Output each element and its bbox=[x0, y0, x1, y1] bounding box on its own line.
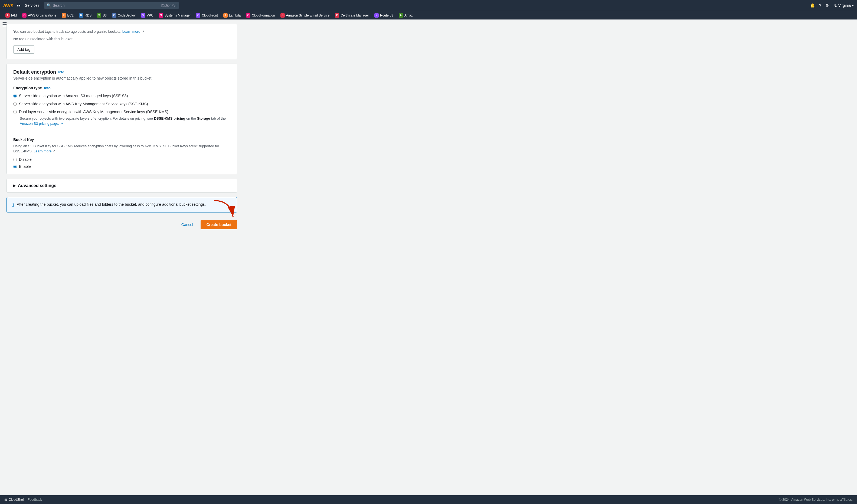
sse-s3-radio[interactable] bbox=[13, 94, 17, 98]
iam-icon: I bbox=[5, 13, 10, 18]
bookmark-cloudfront[interactable]: C CloudFront bbox=[194, 13, 220, 18]
sse-s3-option[interactable]: Server-side encryption with Amazon S3 ma… bbox=[13, 94, 230, 99]
bookmark-aws-org[interactable]: O AWS Organizations bbox=[20, 13, 58, 18]
tags-learn-more-link[interactable]: Learn more bbox=[122, 30, 140, 34]
services-button[interactable]: Services bbox=[23, 2, 42, 9]
bucket-key-disable-label: Disable bbox=[19, 157, 32, 162]
section-desc: Server-side encryption is automatically … bbox=[13, 76, 230, 80]
bookmark-iam[interactable]: I IAM bbox=[3, 13, 19, 18]
systems-manager-icon: S bbox=[159, 13, 163, 18]
cancel-button[interactable]: Cancel bbox=[177, 220, 198, 229]
action-bar-container: Cancel Create bucket bbox=[6, 217, 237, 235]
bucket-key-enable-radio[interactable] bbox=[13, 165, 17, 168]
ses-icon: S bbox=[281, 13, 285, 18]
encryption-type-title: Encryption type bbox=[13, 86, 42, 90]
dsse-kms-radio[interactable] bbox=[13, 110, 17, 113]
dsse-kms-label: Dual-layer server-side encryption with A… bbox=[19, 110, 168, 115]
ec2-icon: E bbox=[62, 13, 66, 18]
bookmark-iam-label: IAM bbox=[11, 14, 17, 17]
settings-icon[interactable]: ⚙ bbox=[826, 3, 829, 7]
amaz-icon: A bbox=[399, 13, 403, 18]
bookmark-route53-label: Route 53 bbox=[380, 14, 393, 17]
dsse-description: Secure your objects with two separate la… bbox=[20, 116, 230, 127]
advanced-settings-header[interactable]: ▶ Advanced settings bbox=[13, 183, 230, 188]
encryption-type-info-link[interactable]: Info bbox=[44, 86, 51, 90]
top-navigation: aws ☷ Services 🔍 [Option+S] 🔔 ? ⚙ N. Vir… bbox=[0, 0, 857, 11]
bookmark-cert-manager[interactable]: C Certificate Manager bbox=[333, 13, 371, 18]
bucket-key-enable-option[interactable]: Enable bbox=[13, 164, 230, 169]
bookmark-amaz[interactable]: A Amaz bbox=[397, 13, 415, 18]
vpc-icon: V bbox=[141, 13, 145, 18]
bookmark-vpc[interactable]: V VPC bbox=[139, 13, 156, 18]
bookmark-ec2[interactable]: E EC2 bbox=[60, 13, 76, 18]
encryption-type-options: Server-side encryption with Amazon S3 ma… bbox=[13, 94, 230, 127]
codedeploy-icon: C bbox=[112, 13, 116, 18]
bookmark-ses-label: Amazon Simple Email Service bbox=[286, 14, 330, 17]
bookmark-lambda[interactable]: λ Lambda bbox=[221, 13, 243, 18]
grid-icon[interactable]: ☷ bbox=[17, 3, 20, 8]
bucket-key-disable-radio[interactable] bbox=[13, 158, 17, 161]
bookmark-codedeploy-label: CodeDeploy bbox=[118, 14, 136, 17]
bookmark-ses[interactable]: S Amazon Simple Email Service bbox=[278, 13, 332, 18]
search-input[interactable] bbox=[53, 3, 159, 7]
bookmark-cloudformation[interactable]: C CloudFormation bbox=[244, 13, 277, 18]
sse-kms-label: Server-side encryption with AWS Key Mana… bbox=[19, 101, 148, 107]
bookmark-lambda-label: Lambda bbox=[229, 14, 241, 17]
dsse-pricing-bold: DSSE-KMS pricing bbox=[154, 116, 185, 120]
help-icon[interactable]: ? bbox=[819, 3, 821, 7]
cert-manager-icon: C bbox=[335, 13, 339, 18]
bookmark-rds[interactable]: R RDS bbox=[77, 13, 94, 18]
lambda-icon: λ bbox=[223, 13, 228, 18]
bookmark-route53[interactable]: R Route 53 bbox=[372, 13, 396, 18]
bookmarks-bar: I IAM O AWS Organizations E EC2 R RDS S … bbox=[0, 11, 857, 19]
search-icon: 🔍 bbox=[47, 3, 51, 7]
rds-icon: R bbox=[79, 13, 83, 18]
bookmark-rds-label: RDS bbox=[85, 14, 91, 17]
nav-right: 🔔 ? ⚙ N. Virginia ▾ bbox=[810, 3, 854, 7]
section-header: Default encryption Info bbox=[13, 69, 230, 75]
bookmark-codedeploy[interactable]: C CodeDeploy bbox=[110, 13, 138, 18]
advanced-settings-title: Advanced settings bbox=[18, 183, 56, 188]
info-banner-icon: ℹ bbox=[12, 202, 14, 208]
default-encryption-card: Default encryption Info Server-side encr… bbox=[6, 64, 237, 174]
bookmark-vpc-label: VPC bbox=[147, 14, 153, 17]
aws-logo: aws bbox=[3, 2, 14, 9]
tags-info-text: You can use bucket tags to track storage… bbox=[13, 30, 230, 34]
sidebar-toggle[interactable]: ☰ bbox=[2, 21, 7, 28]
add-tag-button[interactable]: Add tag bbox=[13, 46, 34, 54]
bucket-key-learn-more-link[interactable]: Learn more bbox=[34, 149, 51, 153]
bookmark-amaz-label: Amaz bbox=[404, 14, 413, 17]
bucket-key-desc: Using an S3 Bucket Key for SSE-KMS reduc… bbox=[13, 144, 230, 154]
bucket-key-title: Bucket Key bbox=[13, 137, 230, 142]
bookmark-cloudformation-label: CloudFormation bbox=[252, 14, 275, 17]
sse-s3-label: Server-side encryption with Amazon S3 ma… bbox=[19, 94, 128, 99]
s3-pricing-link[interactable]: Amazon S3 pricing page. ↗ bbox=[20, 121, 63, 125]
bookmark-s3-label: S3 bbox=[103, 14, 107, 17]
bookmark-systems-manager[interactable]: S Systems Manager bbox=[157, 13, 193, 18]
bookmark-cert-manager-label: Certificate Manager bbox=[340, 14, 369, 17]
bookmark-cloudfront-label: CloudFront bbox=[202, 14, 218, 17]
sse-kms-radio[interactable] bbox=[13, 102, 17, 105]
bucket-key-section: Bucket Key Using an S3 Bucket Key for SS… bbox=[13, 137, 230, 169]
bookmark-s3[interactable]: S S3 bbox=[95, 13, 109, 18]
no-tags-text: No tags associated with this bucket. bbox=[13, 37, 230, 41]
search-shortcut: [Option+S] bbox=[161, 3, 176, 7]
bucket-key-disable-option[interactable]: Disable bbox=[13, 157, 230, 162]
region-selector[interactable]: N. Virginia ▾ bbox=[834, 3, 854, 7]
bucket-key-enable-label: Enable bbox=[19, 164, 31, 169]
info-banner-text: After creating the bucket, you can uploa… bbox=[17, 202, 206, 207]
route53-icon: R bbox=[374, 13, 379, 18]
bookmark-aws-org-label: AWS Organizations bbox=[28, 14, 56, 17]
tags-card: You can use bucket tags to track storage… bbox=[6, 24, 237, 59]
bookmark-systems-manager-label: Systems Manager bbox=[165, 14, 191, 17]
aws-org-icon: O bbox=[22, 13, 27, 18]
sse-kms-option[interactable]: Server-side encryption with AWS Key Mana… bbox=[13, 101, 230, 107]
bookmark-ec2-label: EC2 bbox=[67, 14, 74, 17]
expand-triangle-icon: ▶ bbox=[13, 184, 16, 188]
default-encryption-info-link[interactable]: Info bbox=[58, 70, 64, 74]
notifications-icon[interactable]: 🔔 bbox=[810, 3, 815, 7]
cloudfront-icon: C bbox=[196, 13, 200, 18]
dsse-kms-option[interactable]: Dual-layer server-side encryption with A… bbox=[13, 110, 230, 115]
dsse-kms-option-group: Dual-layer server-side encryption with A… bbox=[13, 110, 230, 127]
create-bucket-button[interactable]: Create bucket bbox=[201, 220, 237, 229]
